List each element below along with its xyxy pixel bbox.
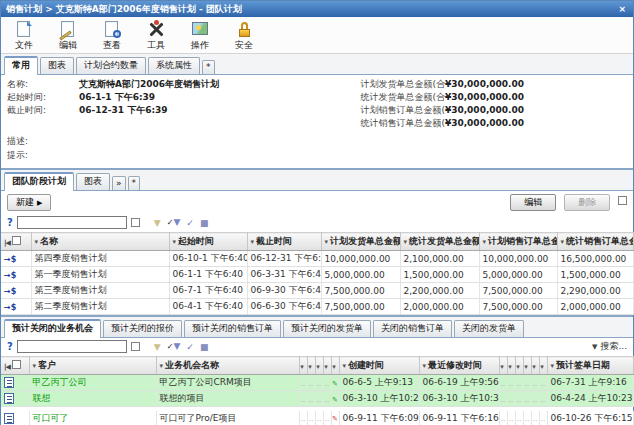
plan-filter-checkbox[interactable] <box>131 218 140 227</box>
toolbar-view-button[interactable]: 查看 <box>95 19 129 52</box>
col-header-modified-time[interactable]: ▾最近修改时间 <box>419 357 499 375</box>
tab-plan-overflow[interactable]: » <box>112 176 126 190</box>
expand-all-icon: |◀ <box>4 239 10 247</box>
opps-filter-checkbox[interactable] <box>131 342 140 351</box>
plan-table-row[interactable]: →$ 第二季度销售计划 06-4-1 下午6:40 06-6-30 下午6:41… <box>1 299 633 315</box>
tab-plan-chart[interactable]: 图表 <box>76 173 110 190</box>
delete-button[interactable]: 删除 <box>564 194 610 211</box>
filter-square-icon[interactable]: ■ <box>200 342 209 352</box>
customer-link[interactable]: 可口可了 <box>33 413 69 423</box>
row-icon-cell <box>1 391 29 407</box>
tab-expected-close-opportunities[interactable]: 预计关闭的业务机会 <box>4 319 101 338</box>
tab-expected-close-sales-orders[interactable]: 预计关闭的销售订单 <box>184 320 281 337</box>
toolbar-file-button[interactable]: 文件 <box>7 19 41 52</box>
stat-sales-order-total-value: ¥30,000,000.00 <box>445 117 524 130</box>
opps-filter-input[interactable] <box>17 340 127 353</box>
tab-chart[interactable]: 图表 <box>40 57 74 74</box>
opportunity-doc-icon <box>4 377 14 388</box>
toolbar-actions-button[interactable]: 操作 <box>183 19 217 52</box>
tab-expected-close-quotes[interactable]: 预计关闭的报价 <box>103 320 182 337</box>
tab-plan-more[interactable]: * <box>128 176 141 190</box>
col-header-narrow[interactable]: ▾ <box>531 357 539 375</box>
col-header-end-time[interactable]: ▾截止时间 <box>247 233 321 251</box>
dropdown-arrow-icon: ▼ <box>592 343 597 351</box>
row-icon-cell <box>1 411 29 425</box>
new-button[interactable]: 新建▶ <box>7 194 51 211</box>
opps-select-all-header[interactable]: |◀ <box>1 357 29 375</box>
col-header-stat-delivery-total[interactable]: ▾统计发货单总金额 <box>400 233 479 251</box>
row-icon-cell: →$ <box>1 267 31 283</box>
col-header-narrow[interactable]: ▾ <box>499 357 507 375</box>
col-header-narrow[interactable]: ▾ <box>331 357 339 375</box>
tab-expected-close-delivery-orders[interactable]: 预计关闭的发货单 <box>283 320 371 337</box>
filter-check-icon[interactable]: ✓ <box>186 218 194 228</box>
modified-time-cell: 06-9-11 下午6:16 <box>419 411 499 425</box>
row-icon-cell: →$ <box>1 251 31 267</box>
col-header-narrow[interactable]: ▾ <box>315 357 323 375</box>
plan-select-checkbox[interactable] <box>618 196 627 205</box>
help-icon[interactable]: ? <box>7 217 13 228</box>
filter-apply-icon[interactable]: ✓▼ <box>167 217 181 228</box>
plan-table-row[interactable]: →$ 第一季度销售计划 06-1-1 下午6:40 06-3-31 下午6:41… <box>1 267 633 283</box>
plan-name-cell[interactable]: 第三季度销售计划 <box>31 283 169 299</box>
tab-more[interactable]: * <box>202 60 215 74</box>
sort-arrow-icon: ▾ <box>173 238 177 246</box>
col-header-narrow[interactable]: ▾ <box>507 357 515 375</box>
tab-closed-sales-orders[interactable]: 关闭的销售订单 <box>373 320 452 337</box>
plan-name-cell[interactable]: 第一季度销售计划 <box>31 267 169 283</box>
plan-table-row[interactable]: →$ 第三季度销售计划 06-7-1 下午6:40 06-9-30 下午6:41… <box>1 283 633 299</box>
tab-team-stage-plan[interactable]: 团队阶段计划 <box>4 172 74 191</box>
search-dropdown[interactable]: ▼搜索... <box>592 340 627 353</box>
tab-plan-contract-qty[interactable]: 计划合约数量 <box>76 57 146 74</box>
edit-button[interactable]: 编辑 <box>510 194 556 211</box>
opportunity-row[interactable]: 可口可了 可口可了Pro/E项目 .. .. .. .. ✎ 06-9-11 下… <box>1 411 633 425</box>
col-header-narrow[interactable]: ▾ <box>323 357 331 375</box>
plan-filter-row: ? ▼ ✓▼ ✓ ■ <box>1 214 633 232</box>
col-header-narrow[interactable]: ▾ <box>515 357 523 375</box>
filter-funnel-icon[interactable]: ▼ <box>154 342 161 352</box>
col-header-narrow[interactable]: ▾ <box>539 357 547 375</box>
customer-link[interactable]: 联想 <box>33 393 51 403</box>
tab-closed-delivery-orders[interactable]: 关闭的发货单 <box>454 320 524 337</box>
filter-check-icon[interactable]: ✓ <box>186 342 194 352</box>
filter-square-icon[interactable]: ■ <box>200 218 209 228</box>
toolbar-tools-button[interactable]: 工具 <box>139 19 173 52</box>
opportunity-row[interactable]: 甲乙丙丁公司 甲乙丙丁公司CRM项目 .. .. .. .. ✎ 06-6-5 … <box>1 375 633 391</box>
expected-sign-date-cell: 06-7-31 上午9:16 <box>547 375 633 391</box>
plan-filter-input[interactable] <box>17 216 127 229</box>
col-header-opportunity-name[interactable]: ▾业务机会名称 <box>156 357 299 375</box>
col-header-narrow[interactable]: ▾ <box>523 357 531 375</box>
plan-select-all-header[interactable]: |◀ <box>1 233 31 251</box>
col-header-stat-sales-total[interactable]: ▾统计销售订单总金 <box>557 233 633 251</box>
menu-arrow-icon: ▶ <box>37 199 42 207</box>
customer-link[interactable]: 甲乙丙丁公司 <box>33 377 87 387</box>
filter-funnel-icon[interactable]: ▼ <box>154 218 161 228</box>
plan-select-all-checkbox[interactable] <box>12 236 21 245</box>
tab-common[interactable]: 常用 <box>4 56 38 75</box>
filter-apply-icon[interactable]: ✓▼ <box>167 341 181 352</box>
col-header-planned-sales-total[interactable]: ▾计划销售订单总金 <box>479 233 557 251</box>
col-header-customer[interactable]: ▾客户 <box>29 357 156 375</box>
opportunity-row[interactable]: 联想 联想的项目 .. .. .. .. ✎ 06-3-10 上午10:25 0… <box>1 391 633 407</box>
col-header-narrow[interactable]: ▾ <box>299 357 307 375</box>
tab-system-properties[interactable]: 系统属性 <box>148 57 200 74</box>
col-header-planned-delivery-total[interactable]: ▾计划发货单总金额 <box>321 233 400 251</box>
opps-select-all-checkbox[interactable] <box>12 360 21 369</box>
col-header-created-time[interactable]: ▾创建时间 <box>339 357 419 375</box>
edit-icon <box>57 19 79 40</box>
col-header-narrow[interactable]: ▾ <box>307 357 315 375</box>
plan-table-header-row: |◀ ▾名称 ▾起始时间 ▾截止时间 ▾计划发货单总金额 ▾统计发货单总金额 ▾… <box>1 233 633 251</box>
plan-name-cell[interactable]: 第四季度销售计划 <box>31 251 169 267</box>
toolbar-security-button[interactable]: 安全 <box>227 19 261 52</box>
col-header-start-time[interactable]: ▾起始时间 <box>169 233 247 251</box>
col-header-expected-sign-date[interactable]: ▾预计签单日期 <box>547 357 633 375</box>
close-icon[interactable]: × <box>616 4 628 14</box>
plan-table-row[interactable]: →$ 第四季度销售计划 06-10-1 下午6:40 06-12-31 下午6:… <box>1 251 633 267</box>
col-header-name[interactable]: ▾名称 <box>31 233 169 251</box>
plan-name-cell[interactable]: 第二季度销售计划 <box>31 299 169 315</box>
help-icon[interactable]: ? <box>7 341 13 352</box>
team-stage-plan-section: 团队阶段计划 图表 » * 新建▶ 编辑 删除 ? ▼ ✓▼ ✓ ■ <box>1 170 633 317</box>
opps-table: |◀ ▾客户 ▾业务机会名称 ▾ ▾ ▾ ▾ ▾ ▾创建时间 ▾最近修改时间 ▾… <box>1 356 634 425</box>
toolbar-edit-button[interactable]: 编辑 <box>51 19 85 52</box>
planned-delivery-total-label: 计划发货单总金额(合 <box>360 78 445 91</box>
